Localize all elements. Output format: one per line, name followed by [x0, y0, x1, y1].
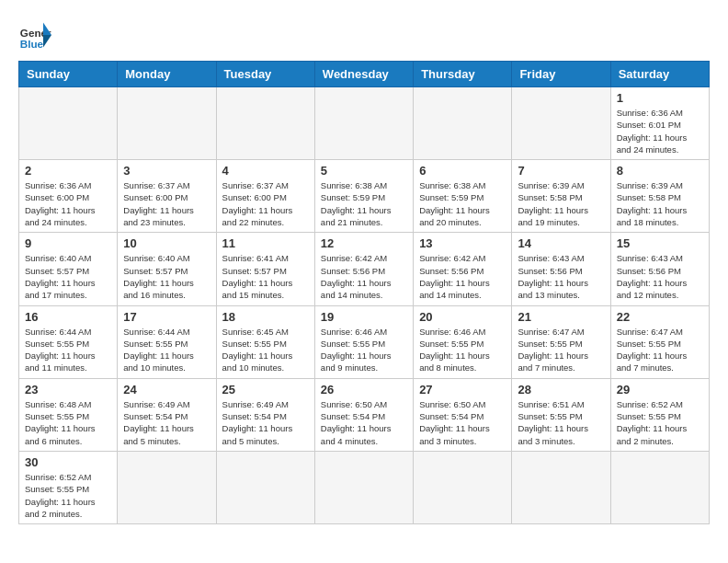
calendar-week-2: 9Sunrise: 6:40 AM Sunset: 5:57 PM Daylig… [19, 233, 710, 305]
calendar-cell: 3Sunrise: 6:37 AM Sunset: 6:00 PM Daylig… [118, 160, 216, 233]
day-number: 26 [321, 383, 407, 396]
day-info: Sunrise: 6:37 AM Sunset: 6:00 PM Dayligh… [222, 179, 309, 228]
day-number: 20 [419, 310, 506, 324]
calendar-cell: 23Sunrise: 6:48 AM Sunset: 5:55 PM Dayli… [19, 378, 118, 451]
day-info: Sunrise: 6:52 AM Sunset: 5:55 PM Dayligh… [617, 398, 703, 447]
day-number: 2 [25, 164, 111, 178]
day-number: 18 [222, 310, 309, 324]
calendar-cell: 15Sunrise: 6:43 AM Sunset: 5:56 PM Dayli… [610, 233, 709, 305]
day-info: Sunrise: 6:38 AM Sunset: 5:59 PM Dayligh… [419, 179, 506, 228]
calendar-cell: 12Sunrise: 6:42 AM Sunset: 5:56 PM Dayli… [314, 233, 413, 305]
day-number: 27 [419, 383, 506, 396]
day-info: Sunrise: 6:40 AM Sunset: 5:57 PM Dayligh… [25, 252, 111, 301]
day-info: Sunrise: 6:48 AM Sunset: 5:55 PM Dayligh… [25, 398, 111, 447]
calendar-cell [118, 87, 216, 160]
calendar-cell [512, 87, 610, 160]
calendar-cell: 5Sunrise: 6:38 AM Sunset: 5:59 PM Daylig… [314, 160, 413, 233]
calendar-cell [118, 451, 216, 523]
calendar-cell [19, 87, 118, 160]
calendar-cell [216, 451, 314, 523]
calendar-header-sunday: Sunday [19, 62, 118, 87]
calendar-cell: 26Sunrise: 6:50 AM Sunset: 5:54 PM Dayli… [314, 378, 413, 451]
day-info: Sunrise: 6:49 AM Sunset: 5:54 PM Dayligh… [123, 398, 210, 447]
calendar-cell: 24Sunrise: 6:49 AM Sunset: 5:54 PM Dayli… [118, 378, 216, 451]
day-number: 24 [123, 383, 210, 396]
calendar-header-thursday: Thursday [414, 62, 512, 87]
day-number: 6 [419, 164, 506, 178]
calendar-cell: 1Sunrise: 6:36 AM Sunset: 6:01 PM Daylig… [610, 87, 709, 160]
day-info: Sunrise: 6:44 AM Sunset: 5:55 PM Dayligh… [123, 326, 210, 374]
calendar-cell: 17Sunrise: 6:44 AM Sunset: 5:55 PM Dayli… [118, 305, 216, 378]
calendar-week-3: 16Sunrise: 6:44 AM Sunset: 5:55 PM Dayli… [19, 305, 710, 378]
day-info: Sunrise: 6:38 AM Sunset: 5:59 PM Dayligh… [321, 179, 407, 228]
calendar-table: SundayMondayTuesdayWednesdayThursdayFrid… [18, 61, 710, 524]
calendar-week-5: 30Sunrise: 6:52 AM Sunset: 5:55 PM Dayli… [19, 451, 710, 523]
day-number: 13 [419, 236, 506, 250]
calendar-cell: 16Sunrise: 6:44 AM Sunset: 5:55 PM Dayli… [19, 305, 118, 378]
calendar-cell: 27Sunrise: 6:50 AM Sunset: 5:54 PM Dayli… [414, 378, 512, 451]
day-info: Sunrise: 6:45 AM Sunset: 5:55 PM Dayligh… [222, 326, 309, 374]
calendar-cell: 11Sunrise: 6:41 AM Sunset: 5:57 PM Dayli… [216, 233, 314, 305]
day-info: Sunrise: 6:41 AM Sunset: 5:57 PM Dayligh… [222, 252, 309, 301]
day-info: Sunrise: 6:49 AM Sunset: 5:54 PM Dayligh… [222, 398, 309, 447]
day-number: 14 [518, 236, 604, 250]
calendar-cell: 22Sunrise: 6:47 AM Sunset: 5:55 PM Dayli… [610, 305, 709, 378]
logo: General Blue [18, 18, 51, 52]
day-number: 25 [222, 383, 309, 396]
day-info: Sunrise: 6:39 AM Sunset: 5:58 PM Dayligh… [617, 179, 703, 228]
day-info: Sunrise: 6:36 AM Sunset: 6:01 PM Dayligh… [617, 107, 703, 155]
day-number: 29 [617, 383, 703, 396]
day-info: Sunrise: 6:50 AM Sunset: 5:54 PM Dayligh… [419, 398, 506, 447]
day-info: Sunrise: 6:39 AM Sunset: 5:58 PM Dayligh… [518, 179, 604, 228]
day-number: 22 [617, 310, 703, 324]
day-number: 15 [617, 236, 703, 250]
calendar-cell [314, 451, 413, 523]
day-number: 11 [222, 236, 309, 250]
day-number: 23 [25, 383, 111, 396]
calendar-header-row: SundayMondayTuesdayWednesdayThursdayFrid… [19, 62, 710, 87]
day-number: 3 [123, 164, 210, 178]
day-number: 17 [123, 310, 210, 324]
day-number: 4 [222, 164, 309, 178]
day-info: Sunrise: 6:42 AM Sunset: 5:56 PM Dayligh… [419, 252, 506, 301]
day-info: Sunrise: 6:51 AM Sunset: 5:55 PM Dayligh… [518, 398, 604, 447]
day-number: 16 [25, 310, 111, 324]
day-number: 8 [617, 164, 703, 178]
calendar-cell: 21Sunrise: 6:47 AM Sunset: 5:55 PM Dayli… [512, 305, 610, 378]
day-number: 12 [321, 236, 407, 250]
day-number: 28 [518, 383, 604, 396]
day-info: Sunrise: 6:52 AM Sunset: 5:55 PM Dayligh… [25, 471, 111, 520]
day-info: Sunrise: 6:44 AM Sunset: 5:55 PM Dayligh… [25, 326, 111, 374]
day-info: Sunrise: 6:46 AM Sunset: 5:55 PM Dayligh… [419, 326, 506, 374]
calendar-header-saturday: Saturday [610, 62, 709, 87]
calendar-week-1: 2Sunrise: 6:36 AM Sunset: 6:00 PM Daylig… [19, 160, 710, 233]
calendar-cell: 19Sunrise: 6:46 AM Sunset: 5:55 PM Dayli… [314, 305, 413, 378]
calendar-cell: 20Sunrise: 6:46 AM Sunset: 5:55 PM Dayli… [414, 305, 512, 378]
calendar-week-0: 1Sunrise: 6:36 AM Sunset: 6:01 PM Daylig… [19, 87, 710, 160]
day-info: Sunrise: 6:47 AM Sunset: 5:55 PM Dayligh… [617, 326, 703, 374]
day-info: Sunrise: 6:40 AM Sunset: 5:57 PM Dayligh… [123, 252, 210, 301]
calendar-cell [314, 87, 413, 160]
calendar-header-friday: Friday [512, 62, 610, 87]
calendar-cell: 8Sunrise: 6:39 AM Sunset: 5:58 PM Daylig… [610, 160, 709, 233]
calendar-cell [216, 87, 314, 160]
calendar-cell: 28Sunrise: 6:51 AM Sunset: 5:55 PM Dayli… [512, 378, 610, 451]
day-number: 21 [518, 310, 604, 324]
day-number: 5 [321, 164, 407, 178]
calendar-cell: 18Sunrise: 6:45 AM Sunset: 5:55 PM Dayli… [216, 305, 314, 378]
day-number: 10 [123, 236, 210, 250]
svg-text:Blue: Blue [20, 38, 44, 50]
logo-icon: General Blue [18, 18, 51, 52]
day-number: 1 [617, 91, 703, 105]
calendar-cell: 13Sunrise: 6:42 AM Sunset: 5:56 PM Dayli… [414, 233, 512, 305]
calendar-cell: 2Sunrise: 6:36 AM Sunset: 6:00 PM Daylig… [19, 160, 118, 233]
day-info: Sunrise: 6:43 AM Sunset: 5:56 PM Dayligh… [518, 252, 604, 301]
day-info: Sunrise: 6:37 AM Sunset: 6:00 PM Dayligh… [123, 179, 210, 228]
calendar-cell: 9Sunrise: 6:40 AM Sunset: 5:57 PM Daylig… [19, 233, 118, 305]
calendar-cell: 6Sunrise: 6:38 AM Sunset: 5:59 PM Daylig… [414, 160, 512, 233]
calendar-header-tuesday: Tuesday [216, 62, 314, 87]
day-info: Sunrise: 6:36 AM Sunset: 6:00 PM Dayligh… [25, 179, 111, 228]
calendar-cell: 29Sunrise: 6:52 AM Sunset: 5:55 PM Dayli… [610, 378, 709, 451]
calendar-header-wednesday: Wednesday [314, 62, 413, 87]
day-info: Sunrise: 6:46 AM Sunset: 5:55 PM Dayligh… [321, 326, 407, 374]
